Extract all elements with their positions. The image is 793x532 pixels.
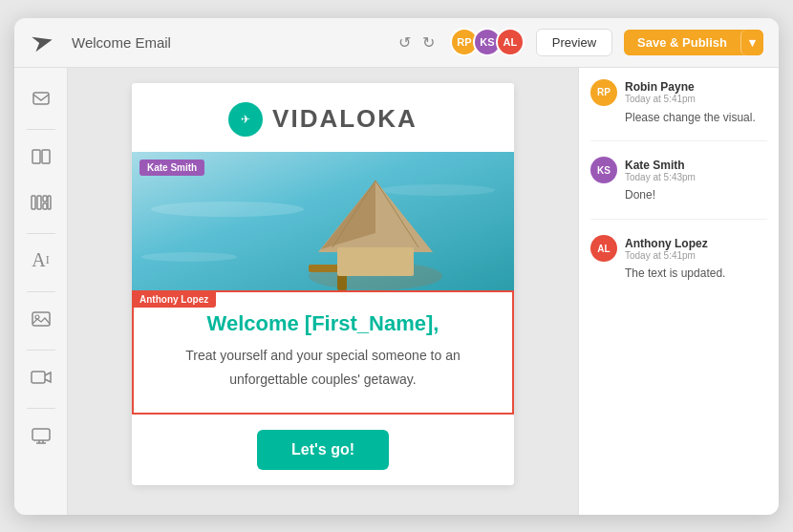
svg-marker-0	[32, 32, 54, 53]
comment-divider	[590, 219, 767, 220]
collaborator-avatar-al: AL	[496, 28, 525, 56]
welcome-heading: Welcome [First_Name],	[162, 311, 483, 336]
multi-column-tool[interactable]	[22, 183, 60, 222]
single-column-tool[interactable]	[22, 138, 60, 176]
svg-rect-7	[43, 203, 47, 209]
svg-point-21	[141, 252, 237, 262]
comment-text: The text is updated.	[590, 266, 767, 282]
toolbar-divider-2	[27, 233, 55, 234]
svg-rect-8	[48, 196, 51, 209]
comment-item: AL Anthony Lopez Today at 5:41pm The tex…	[590, 235, 767, 282]
svg-rect-4	[32, 196, 35, 209]
svg-rect-11	[32, 372, 45, 383]
welcome-subtext-2: unforgettable couples' getaway.	[162, 370, 483, 390]
commenter-name: Kate Smith	[625, 159, 696, 172]
screen-tool[interactable]	[22, 416, 60, 455]
email-cta-section: Let's go!	[132, 415, 514, 485]
commenter-name: Anthony Lopez	[625, 237, 708, 250]
svg-rect-3	[42, 150, 50, 163]
canvas-area: ✈ VIDALOKA	[68, 68, 578, 515]
svg-rect-6	[43, 196, 47, 202]
collaborator-badge-anthony: Anthony Lopez	[132, 291, 216, 308]
email-canvas: ✈ VIDALOKA	[132, 83, 514, 485]
comment-user-info: Robin Payne Today at 5:41pm	[625, 80, 696, 104]
save-publish-group: Save & Publish ▾	[624, 30, 763, 55]
comment-time: Today at 5:43pm	[625, 172, 696, 182]
header: Welcome Email ↺ ↻ RP KS AL Preview Save …	[14, 18, 779, 68]
text-tool[interactable]: AI	[22, 242, 60, 280]
comment-text: Please change the visual.	[590, 110, 767, 126]
toolbar-divider-1	[27, 129, 55, 130]
collaborators-group: RP KS AL	[450, 28, 525, 56]
svg-rect-9	[32, 312, 50, 326]
toolbar-divider-3	[27, 291, 55, 292]
brand-name: VIDALOKA	[272, 104, 418, 134]
comments-panel: RP Robin Payne Today at 5:41pm Please ch…	[578, 68, 779, 515]
video-tool[interactable]	[22, 358, 60, 396]
svg-point-19	[151, 202, 304, 217]
email-text-section: Anthony Lopez Welcome [First_Name], Trea…	[132, 290, 514, 415]
comment-avatar-ks: KS	[590, 157, 617, 183]
cta-button[interactable]: Let's go!	[257, 430, 389, 470]
comment-item: KS Kate Smith Today at 5:43pm Done!	[590, 157, 767, 203]
comment-time: Today at 5:41pm	[625, 94, 696, 104]
comment-avatar-al: AL	[590, 235, 617, 262]
comment-header: AL Anthony Lopez Today at 5:41pm	[590, 235, 767, 262]
commenter-name: Robin Payne	[625, 80, 696, 94]
email-image-section: Kate Smith	[132, 152, 514, 290]
comment-time: Today at 5:41pm	[625, 250, 708, 261]
comment-avatar-rp: RP	[590, 79, 617, 106]
comment-user-info: Anthony Lopez Today at 5:41pm	[625, 237, 708, 261]
preview-button[interactable]: Preview	[536, 29, 612, 56]
comment-header: RP Robin Payne Today at 5:41pm	[590, 79, 767, 106]
save-publish-button[interactable]: Save & Publish	[624, 30, 740, 55]
email-brand-header: ✈ VIDALOKA	[132, 83, 514, 152]
svg-text:✈: ✈	[241, 113, 250, 126]
svg-rect-5	[37, 196, 41, 209]
main-area: AI ✈ VIDALOKA	[14, 68, 779, 515]
svg-rect-12	[32, 429, 50, 440]
svg-point-20	[380, 184, 495, 196]
save-dropdown-button[interactable]: ▾	[740, 30, 763, 55]
toolbar-divider-4	[27, 350, 55, 351]
svg-rect-27	[337, 247, 414, 276]
app-window: Welcome Email ↺ ↻ RP KS AL Preview Save …	[14, 18, 779, 515]
svg-rect-1	[33, 93, 49, 104]
document-title: Welcome Email	[72, 34, 383, 51]
svg-rect-2	[32, 150, 40, 163]
image-tool[interactable]	[22, 300, 60, 338]
comment-divider	[590, 140, 767, 141]
redo-button[interactable]: ↻	[418, 30, 439, 55]
comment-item: RP Robin Payne Today at 5:41pm Please ch…	[590, 79, 767, 126]
comment-header: KS Kate Smith Today at 5:43pm	[590, 157, 767, 183]
welcome-subtext-1: Treat yourself and your special someone …	[162, 346, 483, 366]
toolbar-divider-5	[27, 408, 55, 409]
app-logo-icon	[30, 27, 60, 57]
collaborator-badge-kate: Kate Smith	[139, 160, 204, 176]
comment-user-info: Kate Smith Today at 5:43pm	[625, 159, 696, 182]
favorite-tool[interactable]	[22, 79, 60, 117]
brand-icon: ✈	[228, 102, 263, 137]
comment-text: Done!	[590, 187, 767, 203]
undo-button[interactable]: ↺	[395, 30, 415, 55]
left-toolbar: AI	[14, 68, 68, 515]
undo-redo-group: ↺ ↻	[395, 30, 439, 55]
